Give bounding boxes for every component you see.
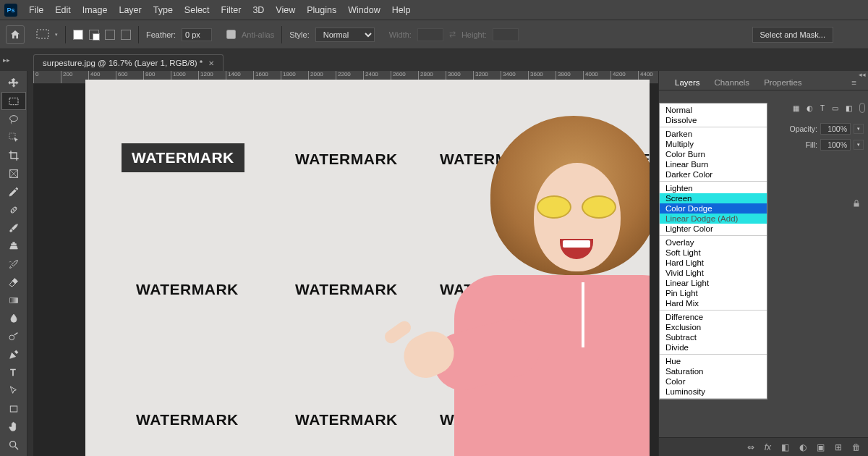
filter-type-icon[interactable]: T [820,104,825,112]
tab-layers[interactable]: Layers [668,75,707,90]
select-and-mask-button[interactable]: Select and Mask... [752,27,834,43]
document-canvas[interactable]: WATERMARK WATERMARK WATERMARK WATERMARK … [85,80,650,456]
blend-mode-option[interactable]: Pin Light [660,288,767,298]
blend-mode-option[interactable]: Lighter Color [660,224,767,234]
layer-mask-icon[interactable]: ◧ [781,442,789,452]
spot-healing-tool[interactable] [1,200,26,219]
blur-tool[interactable] [1,309,26,327]
blend-mode-option[interactable]: Overlay [660,237,767,248]
close-tab-icon[interactable]: ✕ [208,59,214,67]
blend-mode-option[interactable]: Darker Color [660,169,767,180]
blend-mode-option[interactable]: Color Dodge [660,203,767,214]
crop-tool[interactable] [1,146,26,164]
group-icon[interactable]: ▣ [817,442,825,452]
menu-file[interactable]: File [23,5,49,15]
menu-3d[interactable]: 3D [247,5,270,15]
ruler-tick: 200 [61,71,72,84]
move-tool[interactable] [1,74,26,92]
eyedropper-tool[interactable] [1,182,26,200]
shape-tool[interactable] [1,400,26,418]
blend-mode-option[interactable]: Color Burn [660,149,767,159]
menu-type[interactable]: Type [148,5,179,15]
blend-mode-option[interactable]: Linear Burn [660,159,767,169]
blend-mode-option[interactable]: Hard Mix [660,298,767,308]
filter-toggle-icon[interactable] [859,103,865,113]
blend-mode-option[interactable]: Color [660,376,767,387]
fill-dropdown-icon[interactable]: ▾ [854,140,864,150]
blend-mode-option[interactable]: Exclusion [660,322,767,332]
marquee-tool-icon[interactable] [36,29,49,41]
object-selection-tool[interactable] [1,128,26,146]
expand-panel-icon[interactable]: ▸▸ [3,56,10,64]
document-tab-row: surpesture.jpg @ 16.7% (Layer 1, RGB/8) … [0,49,868,71]
blend-mode-option[interactable]: Dissolve [660,115,767,125]
dodge-tool[interactable] [1,327,26,345]
new-layer-icon[interactable]: ⊞ [835,442,842,452]
filter-shape-icon[interactable]: ▭ [832,104,838,112]
collapse-panel-icon[interactable]: ◂◂ [856,71,868,84]
menu-help[interactable]: Help [386,5,417,15]
blend-mode-dropdown[interactable]: NormalDissolveDarkenMultiplyColor BurnLi… [659,103,767,400]
menu-window[interactable]: Window [342,5,386,15]
zoom-tool[interactable] [1,436,26,454]
history-brush-tool[interactable] [1,255,26,273]
blend-mode-option[interactable]: Subtract [660,332,767,342]
menu-image[interactable]: Image [77,5,114,15]
adjustment-layer-icon[interactable]: ◐ [799,442,807,452]
fill-value[interactable]: 100% [820,139,851,151]
canvas-area[interactable]: WATERMARK WATERMARK WATERMARK WATERMARK … [33,84,658,456]
blend-mode-option[interactable]: Darken [660,129,767,139]
blend-mode-option[interactable]: Luminosity [660,387,767,397]
frame-tool[interactable] [1,164,26,182]
clone-stamp-tool[interactable] [1,237,26,255]
brush-tool[interactable] [1,219,26,237]
feather-input[interactable] [182,28,212,41]
blend-mode-option[interactable]: Saturation [660,366,767,376]
selection-subtract-icon[interactable] [105,30,115,40]
menu-edit[interactable]: Edit [49,5,77,15]
selection-add-icon[interactable] [89,30,99,40]
blend-mode-option[interactable]: Divide [660,342,767,352]
marquee-tool[interactable] [1,92,26,110]
menu-select[interactable]: Select [179,5,216,15]
blend-mode-option[interactable]: Vivid Light [660,268,767,278]
menu-filter[interactable]: Filter [216,5,247,15]
document-tab[interactable]: surpesture.jpg @ 16.7% (Layer 1, RGB/8) … [33,54,224,71]
selection-new-icon[interactable] [73,30,83,40]
blend-mode-option[interactable]: Normal [660,105,767,115]
filter-pixel-icon[interactable]: ▦ [793,104,799,112]
type-tool[interactable]: T [1,363,26,381]
blend-mode-option[interactable]: Multiply [660,139,767,149]
lasso-tool[interactable] [1,110,26,128]
blend-mode-option[interactable]: Hue [660,356,767,366]
layer-fx-icon[interactable]: fx [765,442,771,452]
menu-plugins[interactable]: Plugins [301,5,342,15]
style-select[interactable]: Normal [315,28,375,42]
home-button[interactable] [6,25,25,44]
blend-mode-option[interactable]: Soft Light [660,248,767,258]
menu-layer[interactable]: Layer [113,5,147,15]
delete-layer-icon[interactable]: 🗑 [852,442,861,452]
lock-icon[interactable] [852,198,861,211]
filter-adjust-icon[interactable]: ◐ [807,104,813,112]
blend-mode-option[interactable]: Linear Dodge (Add) [660,214,767,224]
menu-view[interactable]: View [270,5,301,15]
blend-mode-option[interactable]: Hard Light [660,258,767,268]
blend-mode-option[interactable]: Screen [660,193,767,203]
svg-point-10 [15,207,16,208]
hand-tool[interactable] [1,418,26,436]
eraser-tool[interactable] [1,273,26,291]
blend-mode-option[interactable]: Lighten [660,183,767,193]
blend-mode-option[interactable]: Linear Light [660,278,767,288]
opacity-dropdown-icon[interactable]: ▾ [854,124,864,134]
blend-mode-option[interactable]: Difference [660,312,767,322]
tab-channels[interactable]: Channels [707,75,757,90]
pen-tool[interactable] [1,345,26,363]
tab-properties[interactable]: Properties [757,75,809,90]
filter-smart-icon[interactable]: ◧ [846,104,852,112]
opacity-value[interactable]: 100% [820,123,851,135]
path-selection-tool[interactable] [1,381,26,400]
gradient-tool[interactable] [1,291,26,309]
selection-intersect-icon[interactable] [121,30,131,40]
link-layers-icon[interactable]: ⇔ [747,442,754,452]
